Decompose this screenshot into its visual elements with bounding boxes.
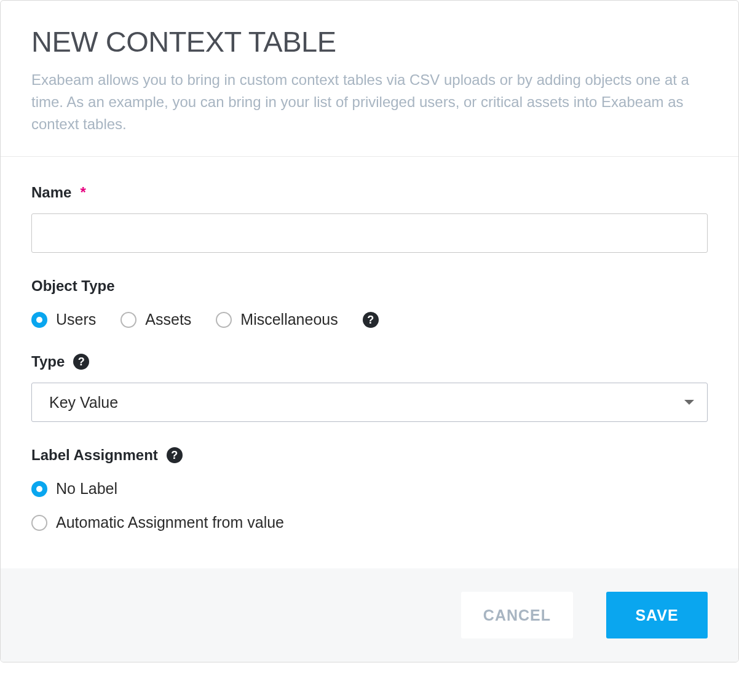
name-label: Name* [31, 184, 86, 201]
radio-label: Assets [145, 311, 191, 328]
dialog-footer: Cancel Save [1, 568, 738, 662]
object-type-radio-users[interactable]: Users [31, 311, 96, 328]
dialog-header: New Context Table Exabeam allows you to … [1, 1, 738, 157]
help-icon[interactable]: ? [167, 447, 183, 463]
radio-icon [216, 312, 232, 328]
radio-label: Automatic Assignment from value [56, 514, 284, 531]
object-type-radio-miscellaneous[interactable]: Miscellaneous [216, 311, 338, 328]
name-input[interactable] [31, 213, 708, 253]
radio-icon [31, 312, 47, 328]
object-type-label: Object Type [31, 277, 115, 295]
label-assignment-label: Label Assignment [31, 447, 158, 464]
label-assignment-group: Label Assignment ? No Label Automatic As… [31, 447, 708, 531]
object-type-radio-assets[interactable]: Assets [121, 311, 191, 328]
label-assignment-label-wrap: Label Assignment ? [31, 447, 183, 464]
dialog-description: Exabeam allows you to bring in custom co… [31, 69, 708, 135]
label-assignment-radio-no-label[interactable]: No Label [31, 480, 708, 498]
type-label-wrap: Type ? [31, 353, 89, 370]
help-icon[interactable]: ? [73, 354, 89, 370]
radio-label: No Label [56, 480, 117, 498]
radio-icon [31, 481, 47, 497]
radio-icon [31, 515, 47, 531]
type-select[interactable]: Key Value [31, 383, 708, 422]
dialog-title: New Context Table [31, 26, 708, 57]
object-type-group: Object Type Users Assets Miscellaneous ? [31, 277, 708, 328]
new-context-table-dialog: New Context Table Exabeam allows you to … [0, 0, 739, 662]
required-marker: * [80, 184, 85, 201]
dialog-body: Name* Object Type Users Assets Miscellan… [1, 157, 738, 568]
object-type-options: Users Assets Miscellaneous ? [31, 311, 708, 328]
cancel-button[interactable]: Cancel [461, 592, 573, 638]
help-icon[interactable]: ? [363, 312, 379, 328]
radio-label: Miscellaneous [240, 311, 338, 328]
name-label-text: Name [31, 184, 71, 201]
name-field-group: Name* [31, 184, 708, 253]
type-group: Type ? Key Value [31, 353, 708, 422]
type-label: Type [31, 353, 65, 370]
radio-label: Users [56, 311, 96, 328]
type-select-value: Key Value [31, 383, 708, 422]
label-assignment-radio-auto[interactable]: Automatic Assignment from value [31, 514, 708, 531]
label-assignment-options: No Label Automatic Assignment from value [31, 480, 708, 531]
save-button[interactable]: Save [606, 592, 708, 638]
radio-icon [121, 312, 136, 328]
